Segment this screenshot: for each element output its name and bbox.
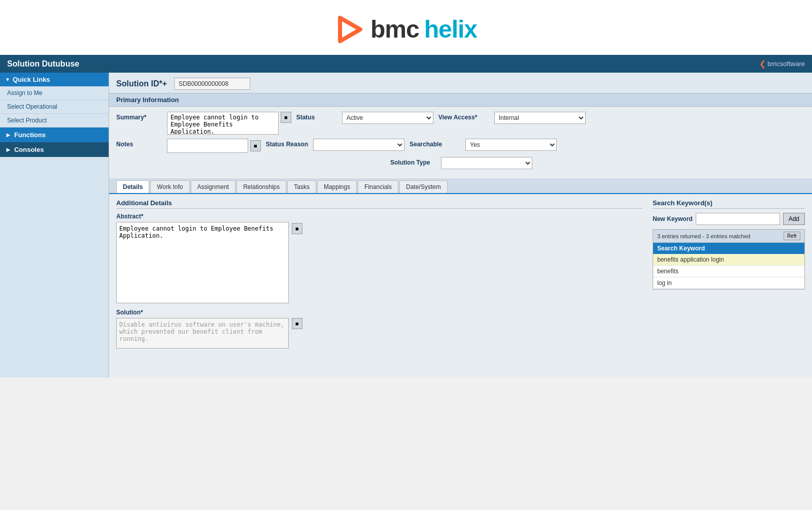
quick-links-label: Quick Links [13, 76, 50, 83]
refresh-button[interactable]: Refr [784, 232, 800, 240]
tab-work-info[interactable]: Work Info [150, 180, 189, 193]
search-keywords-title: Search Keyword(s) [653, 199, 805, 209]
abstract-label: Abstract* [116, 213, 289, 220]
solution-input[interactable] [116, 318, 289, 348]
abstract-input[interactable] [116, 222, 289, 303]
view-access-select[interactable]: Internal External Public [494, 112, 586, 124]
solution-type-select[interactable]: How-To Error Message Known Error [441, 157, 532, 169]
keyword-column-header: Search Keyword [653, 243, 804, 254]
tab-details[interactable]: Details [116, 180, 149, 193]
solution-type-label: Solution Type [390, 157, 436, 166]
tab-relationships[interactable]: Relationships [236, 180, 286, 193]
sidebar-functions-header[interactable]: ► Functions [0, 128, 109, 142]
quick-links-triangle-icon: ▼ [5, 77, 10, 82]
status-label: Status [296, 112, 337, 121]
consoles-triangle-icon: ► [5, 146, 12, 153]
functions-label: Functions [14, 131, 46, 139]
status-reason-label: Status Reason [266, 139, 308, 148]
sidebar-consoles-header[interactable]: ► Consoles [0, 142, 109, 157]
view-access-label: View Access* [438, 112, 489, 121]
solution-id-input[interactable] [174, 78, 250, 90]
tabs-bar: Details Work Info Assignment Relationshi… [109, 178, 812, 194]
additional-details-title: Additional Details [116, 199, 642, 209]
search-keywords-section: Search Keyword(s) New Keyword Add 3 entr… [653, 199, 805, 348]
brand-name: bmcsoftware [767, 60, 805, 68]
logo-area: bmchelix [0, 0, 812, 55]
tab-tasks[interactable]: Tasks [287, 180, 316, 193]
form-body: Summary* ■ Status Active Proposed Review… [109, 107, 812, 178]
primary-info-section-header: Primary Information [109, 93, 812, 107]
keyword-results-header: 3 entries returned - 3 entries matched R… [653, 230, 804, 243]
searchable-select[interactable]: Yes No [465, 139, 557, 151]
sidebar-item-assign-to-me[interactable]: Assign to Me [0, 86, 109, 100]
sidebar-item-select-operational[interactable]: Select Operational [0, 100, 109, 114]
tab-mappings[interactable]: Mappings [317, 180, 357, 193]
summary-expand-button[interactable]: ■ [281, 112, 291, 123]
solution-expand-button[interactable]: ■ [292, 318, 302, 329]
notes-label: Notes [116, 139, 162, 148]
logo-container: bmchelix [335, 15, 477, 43]
functions-triangle-icon: ► [5, 131, 12, 139]
searchable-label: Searchable [410, 139, 460, 148]
form-row-summary: Summary* ■ Status Active Proposed Review… [116, 112, 805, 135]
sidebar: ▼ Quick Links Assign to Me Select Operat… [0, 73, 109, 377]
consoles-label: Consoles [14, 146, 44, 153]
brand-arrow-icon: ❮ [759, 59, 766, 69]
summary-label: Summary* [116, 112, 162, 121]
keyword-item-0[interactable]: benefits application login [653, 254, 804, 266]
solution-id-label: Solution ID*+ [116, 79, 167, 88]
sidebar-item-select-product[interactable]: Select Product [0, 114, 109, 128]
notes-expand-button[interactable]: ■ [250, 140, 261, 151]
add-keyword-button[interactable]: Add [783, 213, 805, 225]
status-select[interactable]: Active Proposed Reviewed Published Obsol… [342, 112, 433, 124]
additional-details-section: Additional Details Abstract* ■ Solution*… [116, 199, 642, 348]
tab-assignment[interactable]: Assignment [191, 180, 236, 193]
solution-label: Solution* [116, 309, 642, 316]
new-keyword-row: New Keyword Add [653, 213, 805, 225]
notes-input[interactable] [167, 139, 248, 153]
keyword-item-2[interactable]: log in [653, 277, 804, 289]
abstract-expand-button[interactable]: ■ [292, 223, 302, 234]
keyword-item-1[interactable]: benefits [653, 266, 804, 277]
main-layout: ▼ Quick Links Assign to Me Select Operat… [0, 73, 812, 377]
svg-marker-0 [340, 18, 360, 41]
form-row-solution-type: Solution Type How-To Error Message Known… [116, 157, 805, 169]
form-row-notes: Notes ■ Status Reason Searchable Yes No [116, 139, 805, 153]
summary-input[interactable] [167, 112, 279, 135]
form-header: Solution ID*+ [109, 73, 812, 93]
app-header-title: Solution Dutubuse [7, 59, 79, 69]
bmc-logo-icon [335, 15, 365, 43]
results-summary: 3 entries returned - 3 entries matched [657, 233, 750, 239]
new-keyword-label: New Keyword [653, 215, 693, 222]
new-keyword-input[interactable] [696, 213, 780, 225]
sidebar-quick-links-header[interactable]: ▼ Quick Links [0, 73, 109, 86]
tab-financials[interactable]: Financials [358, 180, 398, 193]
keyword-results-table: 3 entries returned - 3 entries matched R… [653, 229, 805, 290]
app-header-brand: ❮ bmcsoftware [759, 59, 805, 69]
logo-bmc-text: bmc [370, 15, 419, 43]
logo-helix-text: helix [424, 15, 477, 43]
app-header: Solution Dutubuse ❮ bmcsoftware [0, 55, 812, 73]
status-reason-select[interactable] [313, 139, 404, 151]
tab-date-system[interactable]: Date/System [399, 180, 448, 193]
content-area: Solution ID*+ Primary Information Summar… [109, 73, 812, 377]
tab-content-details: Additional Details Abstract* ■ Solution*… [109, 194, 812, 354]
